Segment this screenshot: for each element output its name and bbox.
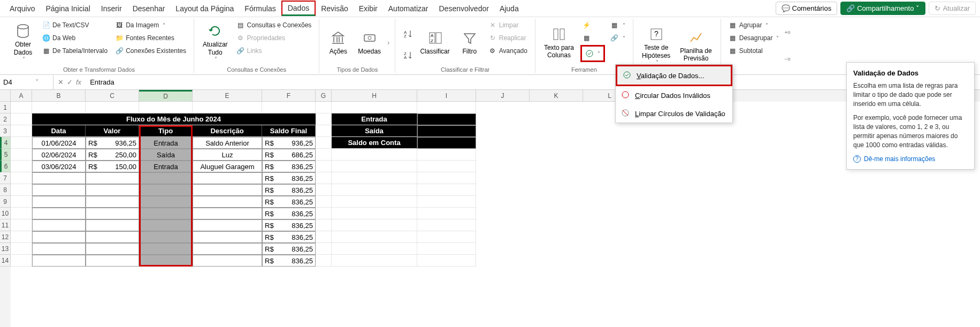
chevron-down-icon[interactable]: ˅ <box>35 78 39 86</box>
cell[interactable] <box>316 137 332 149</box>
cell[interactable]: R$686,25 <box>262 149 316 161</box>
row-header[interactable]: 11 <box>0 219 11 231</box>
filter-button[interactable]: Filtro <box>456 19 483 65</box>
col-header[interactable]: J <box>476 90 530 102</box>
row-header[interactable]: 3 <box>0 125 11 137</box>
table-title[interactable]: Fluxo do Mês de Junho 2024 <box>32 113 316 125</box>
cell[interactable] <box>332 196 417 208</box>
cell[interactable] <box>417 231 476 243</box>
table-header[interactable]: Descrição <box>193 125 262 137</box>
cell[interactable] <box>332 172 417 184</box>
cell[interactable]: R$836,25 <box>262 161 316 172</box>
from-text-csv-button[interactable]: 📄De Text/CSV <box>40 19 110 31</box>
cell[interactable] <box>332 255 417 267</box>
cell[interactable] <box>11 113 32 125</box>
cell[interactable] <box>316 208 332 219</box>
row-header[interactable]: 14 <box>0 255 11 267</box>
row-header[interactable]: 10 <box>0 208 11 219</box>
cell[interactable] <box>11 219 32 231</box>
cell[interactable] <box>417 149 476 161</box>
data-validation-button[interactable] <box>583 48 602 59</box>
flash-fill-button[interactable]: ⚡ <box>580 19 605 31</box>
cell[interactable] <box>86 196 139 208</box>
row-header[interactable]: 9 <box>0 196 11 208</box>
cell[interactable] <box>193 255 262 267</box>
cell[interactable] <box>332 184 417 196</box>
cell[interactable] <box>11 243 32 255</box>
cell[interactable] <box>11 196 32 208</box>
cell[interactable] <box>139 196 193 208</box>
menu-layout[interactable]: Layout da Página <box>170 2 239 15</box>
cell[interactable] <box>32 219 86 231</box>
cell[interactable] <box>11 208 32 219</box>
row-header[interactable]: 13 <box>0 243 11 255</box>
text-to-columns-button[interactable]: Texto para Colunas <box>541 19 577 65</box>
cell[interactable] <box>417 196 476 208</box>
ungroup-button[interactable]: ▦Desagrupar <box>726 32 782 44</box>
menu-pagina-inicial[interactable]: Página Inicial <box>40 2 95 15</box>
refresh-button[interactable]: ↻Atualizar <box>929 2 976 15</box>
fx-icon[interactable]: fx <box>76 78 81 86</box>
cell[interactable] <box>332 208 417 219</box>
cell[interactable]: R$836,25 <box>262 196 316 208</box>
cell[interactable] <box>332 102 417 113</box>
cell[interactable] <box>417 125 476 137</box>
existing-connections-button[interactable]: 🔗Conexões Existentes <box>113 45 188 57</box>
menu-exibir[interactable]: Exibir <box>354 2 383 15</box>
links-button[interactable]: 🔗Links <box>234 45 314 57</box>
col-header[interactable]: I <box>417 90 476 102</box>
col-header[interactable]: K <box>530 90 583 102</box>
cell[interactable]: R$836,25 <box>262 208 316 219</box>
table-header[interactable]: Saldo Final <box>262 125 316 137</box>
cell[interactable] <box>86 184 139 196</box>
cell[interactable] <box>332 243 417 255</box>
clear-circles-option[interactable]: Limpar Círculos de Validação <box>616 104 732 123</box>
comments-button[interactable]: 💬Comentários <box>776 2 838 15</box>
cell[interactable] <box>417 208 476 219</box>
cell[interactable] <box>316 125 332 137</box>
cell[interactable] <box>32 172 86 184</box>
remove-duplicates-button[interactable]: ▦ <box>580 32 605 44</box>
cell[interactable] <box>316 255 332 267</box>
cell[interactable] <box>332 231 417 243</box>
cell[interactable] <box>193 231 262 243</box>
cell[interactable] <box>417 184 476 196</box>
cell[interactable] <box>417 219 476 231</box>
row-header[interactable]: 8 <box>0 184 11 196</box>
cell[interactable] <box>86 255 139 267</box>
sort-asc-button[interactable]: AZ <box>401 28 414 40</box>
table-header[interactable]: Data <box>32 125 86 137</box>
row-header[interactable]: 2 <box>0 113 11 125</box>
cell[interactable]: Entrada <box>139 161 193 172</box>
relationships-button[interactable]: 🔗 <box>608 32 627 44</box>
cell[interactable] <box>11 231 32 243</box>
cell[interactable] <box>417 137 476 149</box>
cell[interactable] <box>139 208 193 219</box>
cell[interactable] <box>316 172 332 184</box>
cell[interactable] <box>32 231 86 243</box>
tooltip-more-info-link[interactable]: ? Dê-me mais informações <box>853 155 968 163</box>
cell[interactable] <box>11 149 32 161</box>
cell[interactable] <box>332 149 417 161</box>
cell-reference-input[interactable] <box>3 78 35 86</box>
cell[interactable] <box>193 243 262 255</box>
cell[interactable] <box>86 219 139 231</box>
cell[interactable] <box>11 137 32 149</box>
cell[interactable] <box>417 161 476 172</box>
cell[interactable]: Luz <box>193 149 262 161</box>
cell[interactable] <box>32 243 86 255</box>
chevron-right-icon[interactable]: › <box>387 39 389 47</box>
cell[interactable] <box>11 184 32 196</box>
col-header[interactable]: F <box>262 90 316 102</box>
cell[interactable]: Saída <box>139 149 193 161</box>
cell[interactable] <box>193 208 262 219</box>
cell[interactable] <box>262 102 316 113</box>
row-header[interactable]: 5 <box>0 149 11 161</box>
queries-connections-button[interactable]: ▤Consultas e Conexões <box>234 19 314 31</box>
reapply-button[interactable]: ↻Reaplicar <box>486 32 530 44</box>
cell[interactable]: R$836,25 <box>262 172 316 184</box>
cell[interactable] <box>32 102 86 113</box>
cell[interactable] <box>316 102 332 113</box>
cell[interactable] <box>32 184 86 196</box>
subtotal-button[interactable]: ▦Subtotal <box>726 45 782 57</box>
